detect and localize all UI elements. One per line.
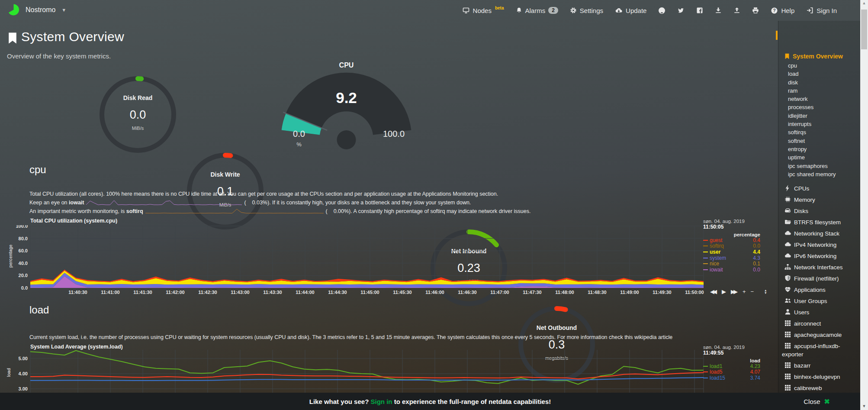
scroll-down-icon[interactable]: ▼ bbox=[860, 404, 868, 408]
sidebar-item-system-overview[interactable]: System Overview bbox=[784, 53, 843, 60]
zoom-in-icon[interactable]: + bbox=[743, 288, 746, 295]
sidebar-item-apcupsd-influxdb-exporter[interactable]: apcupsd-influxdb-exporter bbox=[782, 340, 858, 360]
gauge-disk-read[interactable]: Disk Read 0.0 MiB/s bbox=[100, 76, 176, 153]
legend-row-load15: load153.74 bbox=[703, 375, 760, 381]
sidebar-item-softirqs[interactable]: softirqs bbox=[788, 128, 836, 136]
nav-twitter[interactable] bbox=[677, 7, 685, 14]
legend-dimension-label[interactable]: nice bbox=[710, 261, 719, 267]
svg-text:11:46:30: 11:46:30 bbox=[458, 290, 476, 295]
pan-forward-icon[interactable]: ▶▶ bbox=[731, 288, 738, 295]
legend-dimension-label[interactable]: load15 bbox=[710, 375, 725, 381]
nav-facebook[interactable] bbox=[696, 7, 703, 14]
sidebar-item-disk[interactable]: disk bbox=[788, 78, 836, 87]
sidebar-item-cpus[interactable]: CPUs bbox=[782, 183, 858, 194]
sidebar-item-btrfs-filesystem[interactable]: BTRFS filesystem bbox=[782, 216, 858, 228]
legend-dimension-value: 4.07 bbox=[750, 369, 760, 375]
sidebar-item-binhex-delugevpn[interactable]: binhex-delugevpn bbox=[782, 371, 858, 382]
sidebar-item-bazarr[interactable]: bazarr bbox=[782, 360, 858, 371]
play-icon[interactable]: ▶ bbox=[722, 288, 726, 295]
sidebar-item-softnet[interactable]: softnet bbox=[788, 137, 836, 145]
pan-backward-icon[interactable]: ◀◀ bbox=[710, 288, 717, 295]
svg-text:11:42:00: 11:42:00 bbox=[166, 290, 184, 295]
navbar-menu: Nodesbeta Alarms2 Settings Update bbox=[462, 0, 837, 21]
nav-print[interactable] bbox=[752, 7, 759, 14]
legend-dimension-label[interactable]: system bbox=[710, 255, 726, 261]
sidebar-item-cpu[interactable]: cpu bbox=[788, 61, 836, 70]
nav-update[interactable]: Update bbox=[615, 7, 646, 14]
legend-swatch bbox=[703, 252, 708, 252]
svg-text:11:41:30: 11:41:30 bbox=[133, 290, 152, 295]
gauge-label: Disk Write bbox=[187, 171, 264, 178]
legend-dimension-label[interactable]: iowait bbox=[710, 267, 723, 273]
legend-dimension-label[interactable]: guest bbox=[710, 237, 722, 243]
sidebar-item-calibreweb[interactable]: calibreweb bbox=[782, 382, 858, 394]
nav-settings[interactable]: Settings bbox=[570, 7, 603, 14]
sidebar-item-ipc-semaphores[interactable]: ipc semaphores bbox=[788, 162, 836, 170]
nav-nodes[interactable]: Nodesbeta bbox=[462, 7, 504, 14]
legend-dimension-label[interactable]: load5 bbox=[710, 369, 722, 375]
nav-help[interactable]: ? Help bbox=[771, 7, 794, 14]
scroll-up-icon[interactable]: ▲ bbox=[860, 1, 868, 5]
svg-text:11:44:30: 11:44:30 bbox=[328, 290, 347, 295]
zoom-out-icon[interactable]: − bbox=[751, 288, 754, 295]
sidebar-item-disks[interactable]: Disks bbox=[782, 205, 858, 216]
legend-row-iowait: iowait0.0 bbox=[703, 267, 760, 273]
sidebar-item-memory[interactable]: Memory bbox=[782, 194, 858, 205]
legend-dimension-value: 0.0 bbox=[753, 243, 760, 249]
svg-text:11:50:00: 11:50:00 bbox=[685, 290, 704, 295]
hdd-icon bbox=[784, 207, 791, 214]
sidebar-item-networking-stack[interactable]: Networking Stack bbox=[782, 228, 858, 239]
sidebar-item-interrupts[interactable]: interrupts bbox=[788, 120, 836, 128]
nav-github[interactable] bbox=[658, 7, 665, 14]
sidebar-item-ipc-shared-memory[interactable]: ipc shared memory bbox=[788, 170, 836, 178]
sidebar-item-processes[interactable]: processes bbox=[788, 103, 836, 111]
sidebar-item-load[interactable]: load bbox=[788, 70, 836, 78]
svg-text:11:46:00: 11:46:00 bbox=[425, 290, 444, 295]
sidebar-item-users[interactable]: Users bbox=[782, 307, 858, 318]
brand[interactable]: Nostromo ▼ bbox=[7, 3, 66, 16]
close-banner-button[interactable]: Close✖ bbox=[804, 397, 830, 406]
scrollbar-thumb[interactable] bbox=[861, 10, 867, 49]
svg-text:11:44:00: 11:44:00 bbox=[296, 290, 314, 295]
sidebar-item-ipv6-networking[interactable]: IPv6 Networking bbox=[782, 250, 858, 261]
resize-handle-icon[interactable]: ▴▾ bbox=[765, 289, 766, 294]
signin-link[interactable]: Sign in bbox=[370, 398, 392, 405]
sidebar-item-uptime[interactable]: uptime bbox=[788, 153, 836, 161]
legend-units: percentage bbox=[703, 232, 760, 237]
sidebar-item-user-groups[interactable]: User Groups bbox=[782, 295, 858, 307]
sidebar-item-idlejitter[interactable]: idlejitter bbox=[788, 112, 836, 120]
node-name: Nostromo bbox=[26, 6, 55, 14]
sidebar-item-ram[interactable]: ram bbox=[788, 87, 836, 95]
sidebar-item-ipv4-networking[interactable]: IPv4 Networking bbox=[782, 239, 858, 250]
github-icon bbox=[658, 7, 665, 14]
section-heading-load: load bbox=[29, 304, 49, 316]
svg-text:11:47:00: 11:47:00 bbox=[490, 290, 509, 295]
nav-export[interactable] bbox=[715, 7, 722, 14]
legend-dimension-label[interactable]: softirq bbox=[710, 243, 724, 249]
twitter-icon bbox=[677, 7, 685, 14]
svg-text:11:45:00: 11:45:00 bbox=[360, 290, 379, 295]
legend-swatch bbox=[703, 240, 708, 241]
legend-dimension-label[interactable]: user bbox=[710, 249, 720, 255]
sidebar-item-network-interfaces[interactable]: Network Interfaces bbox=[782, 261, 858, 273]
page-scrollbar[interactable]: ▲ ▼ bbox=[860, 0, 868, 410]
legend-dimension-label[interactable]: load1 bbox=[710, 363, 722, 369]
nav-import[interactable] bbox=[733, 7, 740, 14]
cpu-chart[interactable]: 11:40:3011:41:0011:41:3011:42:0011:42:30… bbox=[0, 225, 775, 297]
legend-row-user: user4.4 bbox=[703, 249, 760, 255]
sidebar-item-apacheguacamole[interactable]: apacheguacamole bbox=[782, 329, 858, 340]
shield-icon bbox=[784, 275, 791, 281]
grid-icon bbox=[784, 373, 791, 380]
gauge-cpu[interactable]: CPU 9.2 0.0 100.0 % bbox=[280, 61, 413, 154]
sidebar-item-firewall-netfilter-[interactable]: Firewall (netfilter) bbox=[782, 273, 858, 284]
page-title: System Overview bbox=[21, 29, 124, 44]
sidebar-item-applications[interactable]: Applications bbox=[782, 284, 858, 295]
legend-dimension-value: 0.1 bbox=[753, 261, 760, 267]
load-chart[interactable]: 3.004.005.00 bbox=[0, 346, 775, 393]
nav-signin[interactable]: Sign In bbox=[806, 7, 837, 14]
nav-alarms[interactable]: Alarms2 bbox=[516, 7, 558, 14]
sidebar-item-airconnect[interactable]: airconnect bbox=[782, 318, 858, 329]
sidebar-item-entropy[interactable]: entropy bbox=[788, 145, 836, 153]
navbar: Nostromo ▼ Nodesbeta Alarms2 Settings Up… bbox=[0, 0, 860, 21]
sidebar-item-network[interactable]: network bbox=[788, 95, 836, 103]
